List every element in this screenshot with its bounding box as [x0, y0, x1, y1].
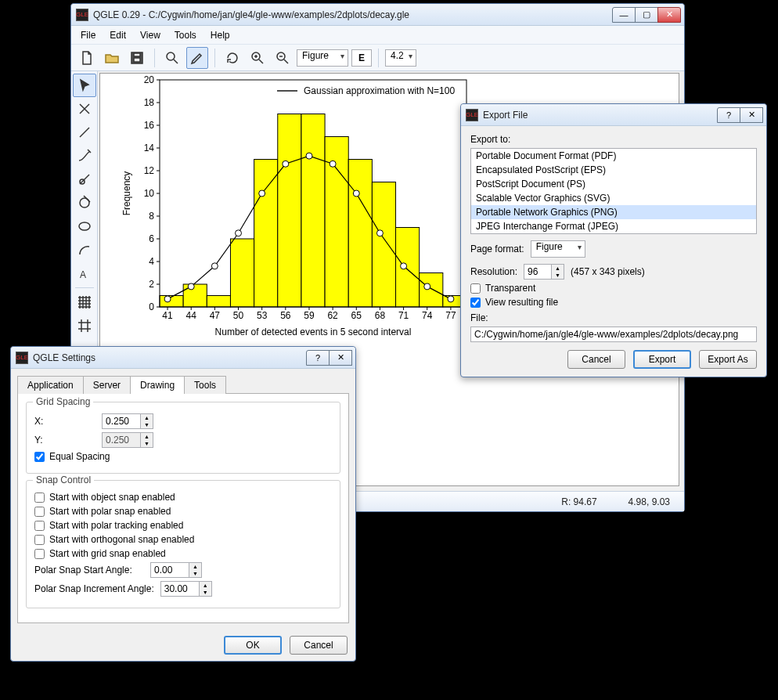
text-tool-icon[interactable]: A — [73, 262, 96, 285]
file-path-input[interactable] — [470, 327, 757, 342]
menu-tools[interactable]: Tools — [168, 27, 203, 43]
polar-inc-spinner[interactable]: ▲▼ — [160, 581, 212, 597]
line-tool-icon[interactable] — [73, 121, 96, 144]
polar-start-spinner[interactable]: ▲▼ — [150, 562, 202, 578]
grid-x-spinner[interactable]: ▲▼ — [102, 413, 153, 429]
format-option[interactable]: PostScript Document (PS) — [471, 177, 756, 191]
close-button[interactable]: ✕ — [329, 350, 352, 366]
equal-spacing-checkbox[interactable] — [34, 452, 45, 462]
svg-point-108 — [448, 296, 454, 302]
svg-rect-36 — [207, 296, 230, 308]
toolbar: Figure E 4.2 — [71, 45, 684, 71]
svg-text:56: 56 — [280, 310, 291, 321]
close-button[interactable]: ✕ — [657, 7, 681, 23]
maximize-button[interactable]: ▢ — [635, 7, 658, 23]
svg-rect-40 — [301, 114, 325, 308]
svg-rect-43 — [372, 182, 395, 308]
tab-drawing[interactable]: Drawing — [130, 376, 185, 394]
format-option[interactable]: Portable Document Format (PDF) — [471, 149, 756, 163]
svg-rect-2 — [134, 53, 140, 56]
cross-tool-icon[interactable] — [73, 97, 96, 121]
app-icon: GLE — [76, 9, 88, 21]
grid-spacing-group: Grid Spacing X: ▲▼ Y: ▲▼ Equal Spacing — [26, 402, 340, 474]
menu-edit[interactable]: Edit — [103, 27, 132, 43]
ok-button[interactable]: OK — [224, 636, 282, 655]
arc-tool-icon[interactable] — [73, 238, 96, 262]
menu-file[interactable]: File — [74, 27, 102, 43]
svg-point-103 — [330, 161, 336, 167]
perp-line-icon[interactable] — [73, 168, 96, 191]
svg-text:68: 68 — [375, 310, 386, 321]
export-button[interactable]: Export — [633, 350, 691, 369]
figure-select[interactable]: Figure — [297, 49, 348, 67]
menu-help[interactable]: Help — [204, 27, 236, 43]
zoom-in-icon[interactable] — [247, 47, 268, 69]
svg-text:71: 71 — [398, 310, 409, 321]
svg-line-4 — [174, 60, 178, 63]
titlebar[interactable]: GLE QGLE 0.29 - C:/Cygwin/home/jan/gle4/… — [71, 4, 684, 26]
svg-point-105 — [376, 230, 383, 236]
snap-object-checkbox[interactable] — [34, 493, 45, 503]
circle-marker-icon[interactable] — [73, 191, 96, 215]
tab-server[interactable]: Server — [83, 376, 131, 394]
svg-point-107 — [424, 283, 430, 290]
tangent-line-icon[interactable] — [73, 144, 96, 168]
format-option[interactable]: JPEG Interchange Format (JPEG) — [471, 219, 756, 233]
snap-ortho-checkbox[interactable] — [34, 535, 45, 545]
svg-text:62: 62 — [327, 310, 338, 321]
formats-listbox[interactable]: Portable Document Format (PDF)Encapsulat… — [470, 148, 757, 234]
cancel-button[interactable]: Cancel — [567, 350, 625, 369]
grid-y-spinner[interactable]: ▲▼ — [102, 432, 153, 448]
page-format-label: Page format: — [470, 244, 524, 254]
app-icon: GLE — [16, 352, 28, 364]
file-label: File: — [470, 312, 757, 323]
new-file-icon[interactable] — [76, 47, 98, 69]
export-as-button[interactable]: Export As — [699, 350, 757, 369]
edit-mode-button[interactable]: E — [351, 49, 372, 67]
reload-icon[interactable] — [222, 47, 243, 69]
settings-title: QGLE Settings — [33, 352, 307, 363]
tab-tools[interactable]: Tools — [184, 376, 226, 394]
close-button[interactable]: ✕ — [740, 107, 763, 123]
svg-rect-1 — [134, 58, 140, 62]
status-r: R: 94.67 — [561, 496, 596, 507]
snap-polar-checkbox[interactable] — [34, 507, 45, 517]
svg-text:8: 8 — [149, 211, 154, 222]
cancel-button[interactable]: Cancel — [290, 636, 348, 655]
edit-tool-icon[interactable] — [186, 47, 208, 69]
resolution-spinner[interactable]: ▲▼ — [524, 264, 564, 280]
help-button[interactable]: ? — [306, 350, 330, 366]
zoom-select[interactable]: 4.2 — [385, 49, 416, 67]
ellipse-tool-icon[interactable] — [73, 215, 96, 238]
svg-line-14 — [80, 128, 89, 137]
tab-application[interactable]: Application — [17, 376, 84, 394]
tabs: Application Server Drawing Tools — [11, 369, 355, 393]
format-option[interactable]: Portable Network Graphics (PNG) — [471, 205, 756, 219]
pixels-text: (457 x 343 pixels) — [571, 266, 645, 277]
zoom-tool-icon[interactable] — [161, 47, 183, 69]
snap-grid-checkbox[interactable] — [34, 549, 45, 559]
page-format-select[interactable]: Figure — [531, 240, 585, 258]
svg-line-6 — [259, 60, 263, 63]
grid-dense-icon[interactable] — [73, 290, 96, 314]
pointer-tool-icon[interactable] — [73, 74, 96, 97]
menubar: File Edit View Tools Help — [71, 26, 684, 45]
svg-point-20 — [79, 222, 90, 230]
format-option[interactable]: Encapsulated PostScript (EPS) — [471, 163, 756, 177]
open-file-icon[interactable] — [101, 47, 123, 69]
snap-polar-tracking-checkbox[interactable] — [34, 521, 45, 531]
format-option[interactable]: Scalable Vector Graphics (SVG) — [471, 191, 756, 205]
help-button[interactable]: ? — [717, 107, 740, 123]
transparent-checkbox[interactable] — [470, 283, 481, 294]
export-dialog: GLE Export File ? ✕ Export to: Portable … — [460, 103, 767, 377]
chart: 0246810121416182041444750535659626568717… — [100, 74, 481, 345]
svg-text:20: 20 — [144, 74, 155, 85]
svg-text:77: 77 — [445, 310, 456, 321]
minimize-button[interactable]: — — [612, 7, 636, 23]
view-file-checkbox[interactable] — [470, 298, 481, 308]
svg-point-106 — [401, 263, 407, 269]
save-file-icon[interactable] — [126, 47, 148, 69]
zoom-out-icon[interactable] — [272, 47, 294, 69]
menu-view[interactable]: View — [134, 27, 167, 43]
grid-sparse-icon[interactable] — [73, 314, 96, 337]
